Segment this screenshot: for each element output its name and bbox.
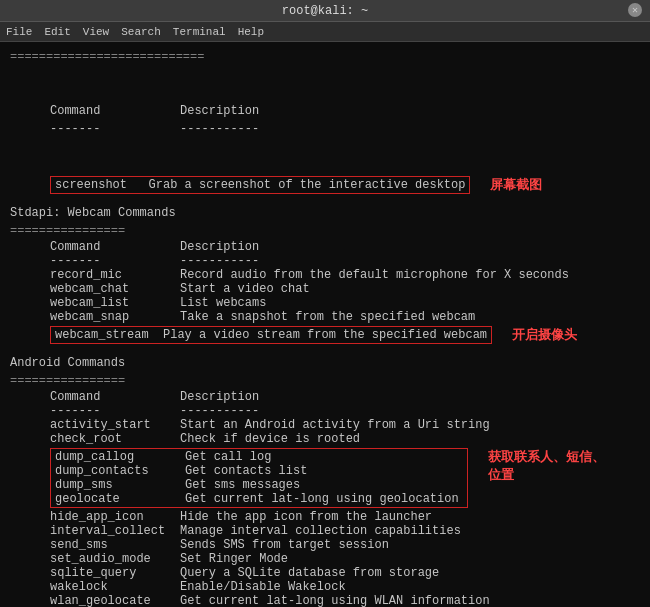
- android-highlight: dump_callog Get call log dump_contacts G…: [50, 448, 468, 508]
- adesc-hdr: Description: [180, 390, 494, 404]
- title-text: root@kali: ~: [282, 4, 368, 18]
- table-row: webcam_chat Start a video chat: [50, 282, 573, 296]
- webcam-stream-highlight: webcam_stream Play a video stream from t…: [50, 326, 492, 344]
- menu-help[interactable]: Help: [238, 26, 264, 38]
- col-dash-cmd: -------: [50, 120, 180, 138]
- table-row: set_audio_mode Set Ringer Mode: [50, 552, 494, 566]
- wdesc-dash: -----------: [180, 254, 573, 268]
- table-row: sqlite_query Query a SQLite database fro…: [50, 566, 494, 580]
- terminal: =========================== Command Desc…: [0, 42, 650, 607]
- annotation-screenshot: 屏幕截图: [490, 176, 542, 194]
- menu-search[interactable]: Search: [121, 26, 161, 38]
- annotation-android: 获取联系人、短信、位置: [488, 448, 605, 484]
- table-row: hide_app_icon Hide the app icon from the…: [50, 510, 494, 524]
- android-highlight-block: dump_callog Get call log dump_contacts G…: [50, 448, 640, 508]
- col-dash-desc: -----------: [180, 120, 263, 138]
- screenshot-cmd: screenshot Grab a screenshot of the inte…: [55, 178, 465, 192]
- col-header-cmd: Command: [50, 102, 180, 120]
- android-separator: ================: [10, 372, 640, 390]
- table-row: webcam_list List webcams: [50, 296, 573, 310]
- table-row: activity_start Start an Android activity…: [50, 418, 494, 432]
- table-row: webcam_snap Take a snapshot from the spe…: [50, 310, 573, 324]
- menu-file[interactable]: File: [6, 26, 32, 38]
- android-commands: Command Description ------- ----------- …: [10, 390, 640, 607]
- menu-edit[interactable]: Edit: [44, 26, 70, 38]
- acmd-hdr: Command: [50, 390, 180, 404]
- table-row: wlan_geolocate Get current lat-long usin…: [50, 594, 494, 607]
- top-separator: ===========================: [10, 48, 640, 66]
- close-button[interactable]: ✕: [628, 3, 642, 17]
- stdapi-section-header: Command Description ------- -----------: [10, 66, 640, 174]
- table-row: check_root Check if device is rooted: [50, 432, 494, 446]
- webcam-stream-row: webcam_stream Play a video stream from t…: [50, 326, 640, 344]
- screenshot-highlight: screenshot Grab a screenshot of the inte…: [50, 176, 470, 194]
- menu-view[interactable]: View: [83, 26, 109, 38]
- webcam-section-title: Stdapi: Webcam Commands: [10, 204, 640, 222]
- menu-terminal[interactable]: Terminal: [173, 26, 226, 38]
- table-row: wakelock Enable/Disable Wakelock: [50, 580, 494, 594]
- titlebar: root@kali: ~ ✕: [0, 0, 650, 22]
- table-row: interval_collect Manage interval collect…: [50, 524, 494, 538]
- webcam-separator: ================: [10, 222, 640, 240]
- menubar: File Edit View Search Terminal Help: [0, 22, 650, 42]
- screenshot-row: screenshot Grab a screenshot of the inte…: [10, 176, 640, 194]
- webcam-commands: Command Description ------- ----------- …: [10, 240, 640, 344]
- wcmd-dash: -------: [50, 254, 180, 268]
- col-header-desc: Description: [180, 102, 263, 120]
- annotation-webcam: 开启摄像头: [512, 326, 577, 344]
- wcmd-hdr: Command: [50, 240, 180, 254]
- wdesc-hdr: Description: [180, 240, 573, 254]
- table-row: send_sms Sends SMS from target session: [50, 538, 494, 552]
- table-row: record_mic Record audio from the default…: [50, 268, 573, 282]
- android-section-title: Android Commands: [10, 354, 640, 372]
